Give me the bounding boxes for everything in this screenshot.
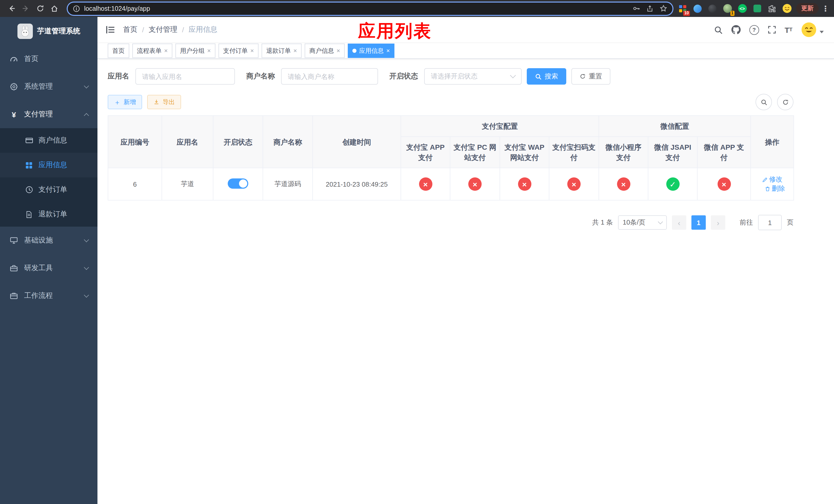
chevron-down-icon	[658, 219, 663, 224]
extension-green-square-icon[interactable]	[752, 3, 762, 14]
back-button[interactable]	[5, 2, 18, 15]
breadcrumb-home[interactable]: 首页	[123, 25, 137, 35]
col-group-alipay: 支付宝配置	[401, 116, 599, 137]
merchant-name-input[interactable]	[281, 68, 378, 85]
close-icon[interactable]: ×	[250, 48, 254, 54]
sidebar-item-dev-tools[interactable]: 研发工具	[0, 254, 97, 282]
col-header-alipay-app: 支付宝 APP 支付	[401, 137, 450, 168]
close-icon[interactable]: ×	[293, 48, 297, 54]
extension-badge: 1	[730, 10, 734, 16]
logo-image	[17, 23, 32, 39]
tab-refund-orders[interactable]: 退款订单×	[262, 44, 302, 58]
tab-home[interactable]: 首页	[108, 44, 129, 58]
export-button[interactable]: 导出	[147, 95, 181, 109]
sidebar-toggle-icon[interactable]	[106, 26, 115, 34]
forward-button[interactable]	[20, 2, 32, 15]
reset-button-label: 重置	[589, 72, 602, 81]
help-icon[interactable]: ?	[749, 25, 759, 35]
close-icon[interactable]: ×	[336, 48, 340, 54]
extensions-puzzle-icon[interactable]	[767, 3, 777, 14]
bookmark-star-icon[interactable]	[660, 5, 667, 12]
goto-page-input[interactable]	[758, 215, 782, 230]
extension-dark-icon[interactable]	[707, 3, 718, 14]
sidebar-item-refund-orders[interactable]: 退款订单	[0, 202, 97, 227]
sidebar-item-infrastructure[interactable]: 基础设施	[0, 227, 97, 254]
site-info-icon[interactable]	[73, 5, 80, 12]
trash-icon	[765, 186, 770, 191]
add-button[interactable]: ＋ 新增	[108, 95, 142, 109]
fullscreen-icon[interactable]	[768, 26, 776, 34]
tab-label: 商户信息	[309, 46, 334, 55]
browser-profile-avatar[interactable]	[782, 3, 792, 14]
refresh-button[interactable]	[777, 94, 793, 110]
chevron-down-icon	[820, 30, 824, 33]
page-size-select[interactable]: 10条/页	[618, 215, 667, 230]
browser-update-button[interactable]: 更新	[796, 3, 819, 14]
extension-blue-icon[interactable]	[693, 3, 703, 14]
page-content: 应用名 商户名称 开启状态 请选择开启状态 搜索	[97, 59, 834, 504]
browser-menu-icon[interactable]: ⋮	[822, 4, 829, 13]
reset-button[interactable]: 重置	[571, 68, 610, 85]
app-title: 芋道管理系统	[37, 26, 80, 36]
close-icon[interactable]: ×	[207, 48, 211, 54]
app-logo[interactable]: 芋道管理系统	[0, 17, 97, 45]
grid-icon	[25, 161, 33, 169]
status-select[interactable]: 请选择开启状态	[424, 68, 522, 85]
sidebar-item-payment-orders[interactable]: 支付订单	[0, 177, 97, 202]
table-toolbar: ＋ 新增 导出	[108, 94, 793, 110]
chevron-up-icon	[84, 113, 89, 118]
delete-button[interactable]: 删除	[765, 184, 785, 193]
prev-page-button[interactable]: ‹	[672, 215, 686, 230]
close-icon[interactable]: ×	[386, 48, 390, 54]
home-button[interactable]	[48, 2, 61, 15]
sidebar-item-home[interactable]: 首页	[0, 45, 97, 73]
tab-user-group[interactable]: 用户分组×	[175, 44, 215, 58]
document-icon	[25, 210, 33, 218]
extension-profile-photo-icon[interactable]: 1	[722, 3, 732, 14]
sidebar-item-label: 支付管理	[24, 110, 53, 119]
merchant-name-label: 商户名称	[246, 72, 275, 81]
sidebar-item-system[interactable]: 系统管理	[0, 73, 97, 100]
share-icon[interactable]	[646, 5, 654, 12]
apps-table: 应用编号 应用名 开启状态 商户名称 创建时间 支付宝配置 微信配置 操作 支付…	[108, 115, 794, 201]
tab-merchant-info[interactable]: 商户信息×	[305, 44, 345, 58]
toggle-search-button[interactable]	[755, 94, 772, 110]
close-icon[interactable]: ×	[164, 48, 168, 54]
extension-wechat-devtools-icon[interactable]: <>	[737, 3, 747, 14]
payment-yen-icon: ¥	[9, 111, 19, 118]
search-button[interactable]: 搜索	[527, 68, 566, 85]
tab-payment-orders[interactable]: 支付订单×	[219, 44, 259, 58]
chevron-down-icon	[510, 72, 516, 78]
app-name-input[interactable]	[135, 68, 235, 85]
reload-button[interactable]	[34, 2, 46, 15]
font-size-icon[interactable]: TT	[785, 26, 792, 33]
address-bar[interactable]: localhost:1024/pay/app	[68, 2, 673, 15]
page-number-1[interactable]: 1	[692, 215, 706, 230]
tab-app-info[interactable]: 应用信息×	[348, 44, 394, 58]
next-page-button[interactable]: ›	[711, 215, 725, 230]
sidebar-item-workflow[interactable]: 工作流程	[0, 282, 97, 310]
tab-process-form[interactable]: 流程表单×	[132, 44, 172, 58]
col-header-alipay-qr: 支付宝扫码支付	[549, 137, 599, 168]
search-icon[interactable]	[714, 25, 722, 34]
tab-label: 首页	[112, 46, 125, 55]
breadcrumb-payment[interactable]: 支付管理	[149, 25, 177, 35]
wechat-app-status-icon: ×	[717, 177, 731, 191]
sidebar-item-label: 退款订单	[39, 210, 67, 219]
status-toggle[interactable]	[228, 178, 248, 188]
col-header-actions: 操作	[751, 116, 794, 168]
cell-app-name: 芋道	[162, 168, 213, 200]
password-key-icon[interactable]	[632, 5, 640, 12]
github-icon[interactable]	[731, 25, 740, 35]
col-header-wechat-jsapi: 微信 JSAPI 支付	[648, 137, 697, 168]
sidebar-item-merchant-info[interactable]: 商户信息	[0, 128, 97, 153]
extension-grid-icon[interactable]: 10	[678, 3, 688, 14]
sidebar-item-payment[interactable]: ¥ 支付管理	[0, 100, 97, 128]
user-menu[interactable]	[801, 22, 824, 38]
sidebar-item-app-info[interactable]: 应用信息	[0, 153, 97, 177]
chevron-down-icon	[84, 265, 89, 270]
sidebar-item-label: 支付订单	[39, 185, 67, 194]
sidebar: 芋道管理系统 首页 系统管理 ¥ 支付管	[0, 17, 97, 504]
edit-button[interactable]: 修改	[762, 175, 783, 184]
toolbox-icon	[9, 264, 19, 272]
